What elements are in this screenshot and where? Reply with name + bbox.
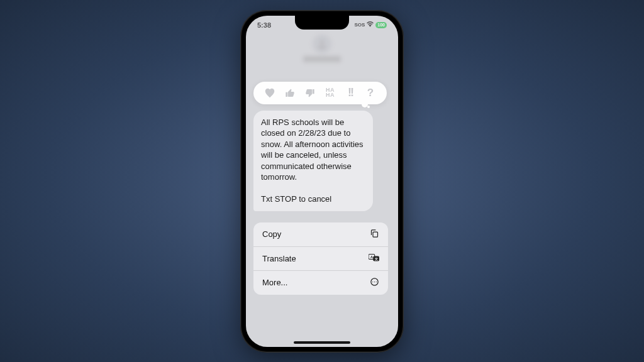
more-button[interactable]: More... [253,271,388,295]
haha-icon[interactable]: HA HA [323,88,338,97]
svg-point-7 [372,282,373,282]
translate-icon: A文 [369,253,379,264]
screen: 5:38 SOS 100 [246,16,398,347]
more-label: More... [262,278,287,287]
context-menu-content: HA HA !! ? All RPS schools will be close… [253,82,391,295]
phone-frame: 5:38 SOS 100 [240,10,404,353]
translate-button[interactable]: Translate A文 [253,247,388,271]
notch [295,16,349,30]
copy-button[interactable]: Copy [253,222,388,247]
copy-label: Copy [262,229,281,239]
thumbs-down-icon[interactable] [303,88,318,98]
svg-text:A: A [370,255,373,258]
question-icon[interactable]: ? [363,87,378,99]
action-menu: Copy Translate A文 More... [253,222,388,295]
more-icon [370,277,379,288]
exclaim-icon[interactable]: !! [343,86,358,99]
svg-text:文: 文 [374,257,378,261]
message-bubble[interactable]: All RPS schools will be closed on 2/28/2… [253,111,373,211]
svg-point-9 [376,282,377,282]
svg-point-8 [374,282,375,282]
home-indicator[interactable] [294,341,350,344]
translate-label: Translate [262,254,296,263]
tapback-bar: HA HA !! ? [253,82,387,104]
svg-rect-1 [373,232,378,237]
copy-icon [370,229,379,240]
heart-icon[interactable] [262,88,277,98]
thumbs-up-icon[interactable] [282,88,297,98]
